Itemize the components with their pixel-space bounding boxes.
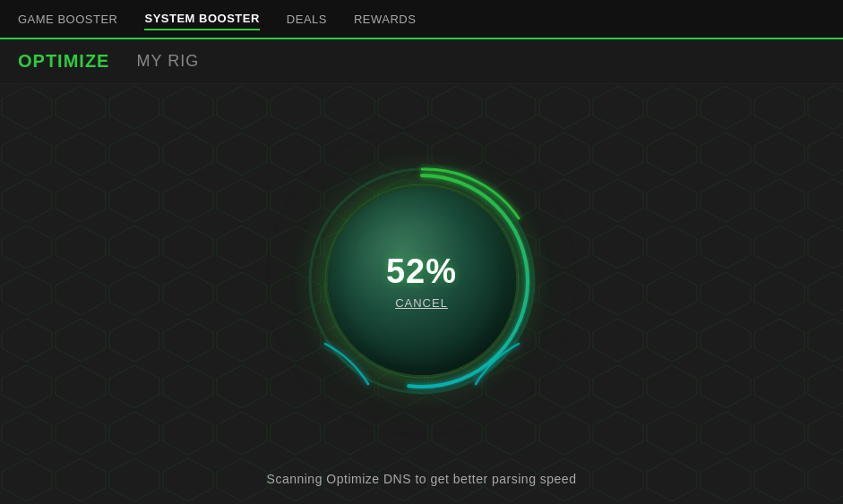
status-message: Scanning Optimize DNS to get better pars… — [267, 472, 577, 486]
nav-system-booster[interactable]: SYSTEM BOOSTER — [144, 8, 259, 30]
progress-container: 52% CANCEL — [297, 156, 547, 406]
nav-game-booster[interactable]: GAME BOOSTER — [18, 9, 117, 30]
top-nav: GAME BOOSTER SYSTEM BOOSTER DEALS REWARD… — [0, 0, 843, 39]
progress-sphere: 52% CANCEL — [328, 187, 516, 375]
sub-nav-optimize[interactable]: OPTIMIZE — [18, 51, 109, 72]
nav-rewards[interactable]: REWARDS — [354, 9, 416, 30]
sub-nav-myrig[interactable]: MY RIG — [136, 52, 199, 71]
main-content: 52% CANCEL Scanning Optimize DNS to get … — [0, 84, 843, 504]
nav-deals[interactable]: DEALS — [287, 9, 327, 30]
percent-display: 52% — [386, 252, 457, 291]
sub-header: OPTIMIZE MY RIG — [0, 39, 843, 84]
cancel-button[interactable]: CANCEL — [395, 296, 448, 310]
